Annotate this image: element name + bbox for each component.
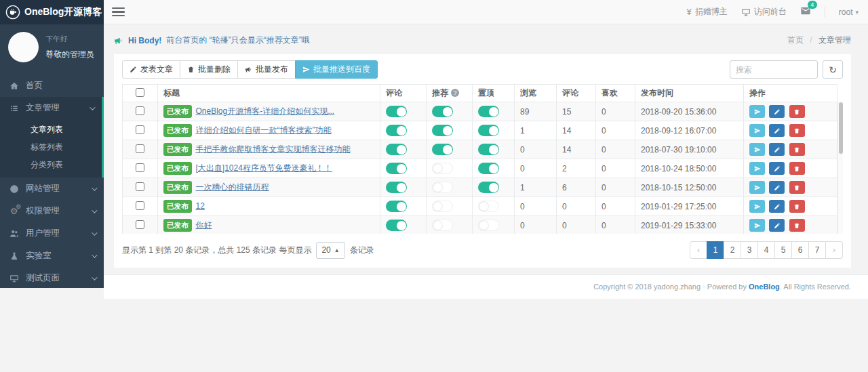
top-toggle[interactable] (478, 163, 499, 174)
delete-button[interactable] (789, 181, 805, 194)
recommend-toggle[interactable] (432, 163, 453, 174)
sidebar-item-category-list[interactable]: 分类列表 (0, 156, 102, 173)
edit-icon (774, 127, 781, 134)
sidebar-item-user-management[interactable]: 用户管理 (0, 222, 104, 245)
row-checkbox[interactable] (136, 144, 144, 153)
brand-link[interactable]: OneBlog (749, 283, 780, 291)
app-logo[interactable]: OneBlog开源博客 (0, 0, 104, 24)
edit-button[interactable] (769, 162, 785, 175)
batch-delete-button[interactable]: 批量删除 (180, 60, 238, 79)
push-baidu-button[interactable] (749, 181, 765, 194)
article-title-link[interactable]: OneBlog开源博客-详细介绍如何实现... (196, 106, 335, 116)
comment-toggle[interactable] (386, 220, 407, 231)
sidebar-item-tag-list[interactable]: 标签列表 (0, 138, 102, 156)
pagination-page-button[interactable]: 3 (741, 241, 758, 259)
chevron-down-icon (92, 252, 97, 257)
refresh-button[interactable]: ↻ (823, 60, 843, 79)
visit-site-link[interactable]: 访问前台 (741, 6, 787, 18)
top-toggle[interactable] (478, 106, 499, 117)
delete-button[interactable] (789, 143, 805, 156)
edit-button[interactable] (769, 143, 785, 156)
delete-button[interactable] (789, 124, 805, 137)
sidebar-item-article-management[interactable]: 文章管理 (0, 97, 102, 119)
comment-toggle[interactable] (386, 106, 407, 117)
row-checkbox[interactable] (136, 220, 144, 229)
push-baidu-button[interactable] (749, 143, 765, 156)
row-checkbox[interactable] (136, 182, 144, 191)
pagination-page-button[interactable]: 4 (757, 241, 775, 259)
page-size-select[interactable]: 20 ▲ (316, 242, 344, 259)
sidebar-item-laboratory[interactable]: 实验室 (0, 245, 104, 267)
recommend-toggle[interactable] (432, 106, 453, 117)
row-checkbox[interactable] (136, 201, 144, 210)
user-menu[interactable]: root ▾ (839, 7, 859, 17)
sidebar-item-permission-management[interactable]: ⚙⚙ 权限管理 (0, 200, 104, 222)
article-title-link[interactable]: 12 (196, 201, 205, 211)
table-row: 已发布一次糟心的排错历程 1 6 0 2018-10-15 12:50:00 (123, 178, 837, 197)
article-title-link[interactable]: [大出血]1024程序员节免费送豪礼！！ (196, 163, 332, 173)
pagination-next-button[interactable]: › (825, 241, 843, 259)
sidebar-item-home[interactable]: 首页 (0, 75, 104, 97)
article-title-link[interactable]: 你好 (196, 220, 212, 230)
edit-button[interactable] (769, 219, 785, 232)
article-table-body: 已发布OneBlog开源博客-详细介绍如何实现... 89 15 0 2018-… (123, 102, 837, 234)
top-toggle[interactable] (478, 125, 499, 136)
donate-link[interactable]: ¥ 捐赠博主 (687, 6, 728, 18)
comment-toggle[interactable] (386, 125, 407, 136)
push-baidu-button[interactable] (749, 124, 765, 137)
sidebar-item-site-management[interactable]: 网站管理 (0, 178, 104, 200)
comment-toggle[interactable] (386, 201, 407, 212)
delete-button[interactable] (789, 162, 805, 175)
push-baidu-button[interactable] (749, 200, 765, 213)
batch-publish-button[interactable]: 批量发布 (237, 60, 296, 79)
search-input[interactable] (730, 60, 818, 79)
top-toggle[interactable] (478, 144, 499, 155)
pagination-page-button[interactable]: 2 (724, 241, 741, 259)
scrollbar-thumb[interactable] (839, 102, 843, 154)
edit-button[interactable] (769, 181, 785, 194)
edit-button[interactable] (769, 200, 785, 213)
pagination-prev-button[interactable]: ‹ (690, 241, 707, 259)
edit-button[interactable] (769, 124, 785, 137)
row-checkbox[interactable] (136, 106, 144, 115)
pagination-page-button[interactable]: 6 (791, 241, 809, 259)
messages-button[interactable]: 4 (800, 5, 811, 18)
row-checkbox[interactable] (136, 125, 144, 134)
pagination-page-button[interactable]: 5 (774, 241, 792, 259)
recommend-toggle[interactable] (432, 201, 453, 212)
recommend-toggle[interactable] (432, 125, 453, 136)
status-badge: 已发布 (163, 181, 192, 194)
comment-toggle[interactable] (386, 144, 407, 155)
sidebar-item-article-list[interactable]: 文章列表 (0, 121, 102, 138)
select-all-checkbox[interactable] (136, 88, 144, 97)
delete-button[interactable] (789, 219, 805, 232)
article-title-link[interactable]: 详细介绍如何自研一款“博客搜索”功能 (196, 125, 332, 135)
push-baidu-button[interactable] (749, 219, 765, 232)
top-toggle[interactable] (478, 182, 499, 193)
top-toggle[interactable] (478, 201, 499, 212)
batch-push-baidu-button[interactable]: 批量推送到百度 (295, 60, 378, 79)
breadcrumb-home-link[interactable]: 首页 (787, 35, 804, 45)
article-title-link[interactable]: 手把手教你爬取博客文章实现博客迁移功能 (196, 144, 351, 154)
table-scrollbar[interactable] (837, 102, 843, 234)
pagination-page-button[interactable]: 7 (808, 241, 826, 259)
article-title-link[interactable]: 一次糟心的排错历程 (196, 182, 269, 192)
menu-toggle-button[interactable] (112, 5, 125, 19)
comment-toggle[interactable] (386, 163, 407, 174)
publish-article-button[interactable]: 发表文章 (122, 60, 180, 79)
push-baidu-button[interactable] (749, 162, 765, 175)
avatar[interactable] (8, 32, 39, 62)
recommend-toggle[interactable] (432, 182, 453, 193)
recommend-toggle[interactable] (432, 220, 453, 231)
delete-button[interactable] (789, 200, 805, 213)
top-toggle[interactable] (478, 220, 499, 231)
edit-button[interactable] (769, 105, 785, 118)
pagination-page-button[interactable]: 1 (707, 241, 724, 259)
push-baidu-button[interactable] (749, 105, 765, 118)
recommend-toggle[interactable] (432, 144, 453, 155)
sidebar-item-test-page[interactable]: 测试页面 (0, 267, 104, 289)
delete-button[interactable] (789, 105, 805, 118)
row-checkbox[interactable] (136, 163, 144, 172)
comment-toggle[interactable] (386, 182, 407, 193)
role-text: 尊敬的管理员 (45, 49, 94, 60)
